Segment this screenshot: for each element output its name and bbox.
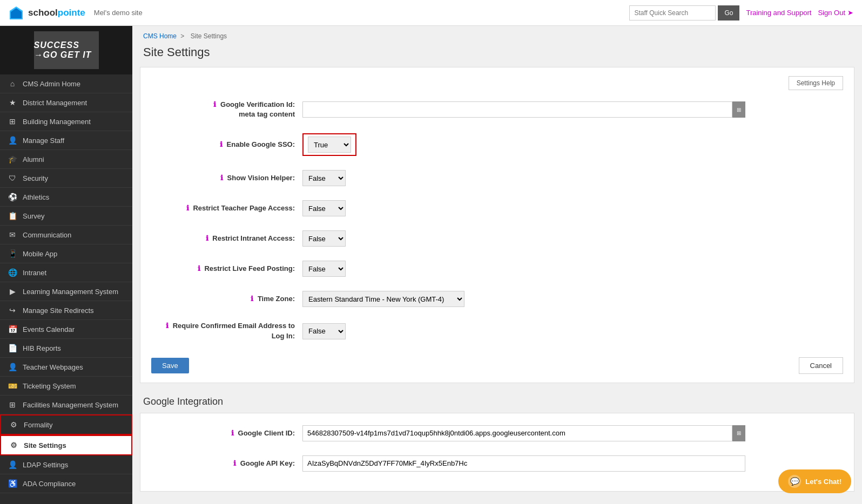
label-timezone: ℹ Time Zone: (151, 294, 302, 304)
sidebar-item-facilities-management[interactable]: ⊞Facilities Management System (0, 396, 132, 414)
breadcrumb-home[interactable]: CMS Home (143, 32, 177, 40)
info-icon-teacher-access[interactable]: ℹ (186, 204, 189, 212)
sidebar-item-manage-staff[interactable]: 👤Manage Staff (0, 131, 132, 150)
info-icon-vision-helper[interactable]: ℹ (220, 174, 223, 182)
sidebar-item-intranet[interactable]: 🌐Intranet (0, 263, 132, 282)
form-row-confirmed-email: ℹ Require Confirmed Email Address to Log… (151, 318, 843, 344)
panel-header-row: Settings Help (151, 76, 843, 90)
info-icon-google-api-key[interactable]: ℹ (233, 459, 236, 467)
sidebar-label-security: Security (23, 174, 48, 182)
sidebar-item-teacher-webpages[interactable]: 👤Teacher Webpages (0, 358, 132, 377)
sidebar-label-facilities-management: Facilities Management System (23, 401, 118, 409)
sidebar-icon-district-management: ★ (8, 98, 17, 107)
sidebar-label-ticketing-system: Ticketing System (23, 382, 76, 390)
sidebar-item-site-settings[interactable]: ⚙Site Settings (0, 435, 132, 455)
sidebar-label-ada-compliance: ADA Compliance (23, 480, 76, 488)
sidebar-icon-ada-compliance: ♿ (8, 479, 17, 488)
settings-help-button[interactable]: Settings Help (789, 76, 843, 90)
label-google-client-id: ℹ Google Client ID: (151, 428, 302, 438)
go-button[interactable]: Go (718, 5, 739, 21)
breadcrumb: CMS Home > Site Settings (132, 26, 862, 43)
sidebar-label-athletics: Athletics (23, 193, 49, 201)
sidebar-label-cms-admin-home: CMS Admin Home (23, 80, 80, 88)
sidebar-item-hib-reports[interactable]: 📄HIB Reports (0, 339, 132, 358)
timezone-select[interactable]: Eastern Standard Time - New York (GMT-4)… (302, 291, 464, 307)
label-intranet-access: ℹ Restrict Intranet Access: (151, 234, 302, 243)
sidebar-item-ada-compliance[interactable]: ♿ADA Compliance (0, 474, 132, 493)
google-api-key-input[interactable]: AIzaSyBqDNVdnZ5DdY7FF70MkF_4IyRx5Enb7Hc (302, 455, 745, 472)
sidebar-item-cms-admin-home[interactable]: ⌂CMS Admin Home (0, 74, 132, 93)
sidebar-item-survey[interactable]: 📋Survey (0, 207, 132, 226)
info-icon-google-sso[interactable]: ℹ (220, 140, 223, 148)
label-teacher-access: ℹ Restrict Teacher Page Access: (151, 203, 302, 213)
form-row-google-verification: ℹ Google Verification Id:meta tag conten… (151, 97, 843, 122)
signout-icon: ➤ (847, 9, 853, 17)
signout-link[interactable]: Sign Out ➤ (818, 9, 853, 17)
input-google-client-id: 546828307509-v14fp1ms7d1vd71oqup5hhk8j0n… (302, 425, 745, 441)
sidebar-item-district-management[interactable]: ★District Management (0, 93, 132, 112)
sidebar-icon-athletics: ⚽ (8, 193, 17, 201)
sidebar-label-intranet: Intranet (23, 269, 46, 277)
sidebar-nav: ⌂CMS Admin Home★District Management⊞Buil… (0, 74, 132, 493)
google-sso-highlight-box: True False (302, 133, 356, 156)
live-feed-select[interactable]: False True (302, 261, 346, 277)
input-google-verification: ⊞ (302, 101, 745, 118)
form-actions: Save Cancel (151, 352, 843, 374)
sidebar-item-mobile-app[interactable]: 📱Mobile App (0, 244, 132, 263)
logo-area: schoolpointe Mel's demo site (9, 5, 143, 21)
sidebar-label-ldap-settings: LDAP Settings (23, 461, 68, 469)
sidebar-icon-ticketing-system: 🎫 (8, 382, 17, 390)
sidebar-item-events-calendar[interactable]: 📅Events Calendar (0, 320, 132, 339)
search-box: Go (629, 5, 739, 21)
intranet-access-select[interactable]: False True (302, 230, 346, 247)
schoolpointe-logo-icon (9, 5, 24, 21)
form-row-vision-helper: ℹ Show Vision Helper: False True (151, 167, 843, 189)
sidebar-icon-intranet: 🌐 (8, 268, 17, 277)
sidebar-icon-teacher-webpages: 👤 (8, 363, 17, 371)
sidebar-label-building-management: Building Management (23, 118, 91, 126)
info-icon-live-feed[interactable]: ℹ (198, 264, 200, 273)
sidebar-label-site-settings: Site Settings (24, 441, 66, 449)
logo-text: schoolpointe (28, 8, 85, 18)
training-link[interactable]: Training and Support (746, 9, 811, 17)
search-input[interactable] (629, 5, 716, 21)
save-button[interactable]: Save (151, 358, 189, 373)
google-client-id-input[interactable]: 546828307509-v14fp1ms7d1vd71oqup5hhk8j0n… (302, 425, 732, 441)
chat-button[interactable]: 💬 Let's Chat! (778, 469, 851, 493)
sidebar-item-ldap-settings[interactable]: 👤LDAP Settings (0, 455, 132, 474)
confirmed-email-select[interactable]: False True (302, 323, 346, 339)
teacher-access-select[interactable]: False True (302, 200, 346, 216)
form-row-google-api-key: ℹ Google API Key: AIzaSyBqDNVdnZ5DdY7FF7… (151, 452, 843, 475)
google-sso-select[interactable]: True False (308, 137, 351, 153)
sidebar-label-survey: Survey (23, 212, 44, 220)
google-verification-input[interactable] (302, 101, 732, 118)
breadcrumb-current: Site Settings (191, 32, 227, 40)
sidebar-item-alumni[interactable]: 🎓Alumni (0, 150, 132, 169)
sidebar-item-building-management[interactable]: ⊞Building Management (0, 112, 132, 131)
sidebar-icon-building-management: ⊞ (8, 117, 17, 126)
info-icon-confirmed-email[interactable]: ℹ (166, 322, 169, 330)
form-row-teacher-access: ℹ Restrict Teacher Page Access: False Tr… (151, 197, 843, 220)
sidebar-item-manage-site-redirects[interactable]: ↪Manage Site Redirects (0, 301, 132, 320)
info-icon-google-client-id[interactable]: ℹ (231, 429, 234, 437)
sidebar-icon-ldap-settings: 👤 (8, 460, 17, 469)
sidebar-item-formality[interactable]: ⚙Formality (0, 414, 132, 435)
cancel-button[interactable]: Cancel (799, 357, 843, 374)
info-icon-timezone[interactable]: ℹ (251, 295, 253, 303)
sidebar-item-communication[interactable]: ✉Communication (0, 226, 132, 244)
info-icon-intranet-access[interactable]: ℹ (206, 234, 208, 242)
vision-helper-select[interactable]: False True (302, 170, 346, 186)
info-icon-google-verification[interactable]: ℹ (213, 100, 216, 108)
sidebar-item-learning-management[interactable]: ▶Learning Management System (0, 282, 132, 301)
sidebar-item-athletics[interactable]: ⚽Athletics (0, 188, 132, 207)
sidebar-label-learning-management: Learning Management System (23, 288, 118, 296)
sidebar-item-security[interactable]: 🛡Security (0, 169, 132, 188)
google-client-id-icon-btn[interactable]: ⊞ (732, 425, 745, 441)
form-row-timezone: ℹ Time Zone: Eastern Standard Time - New… (151, 288, 843, 310)
sidebar-icon-mobile-app: 📱 (8, 249, 17, 258)
google-verification-icon-btn[interactable]: ⊞ (732, 101, 745, 118)
label-google-api-key: ℹ Google API Key: (151, 459, 302, 468)
google-integration-panel: ℹ Google Client ID: 546828307509-v14fp1m… (140, 413, 854, 492)
sidebar-icon-site-settings: ⚙ (9, 441, 18, 449)
sidebar-item-ticketing-system[interactable]: 🎫Ticketing System (0, 377, 132, 396)
